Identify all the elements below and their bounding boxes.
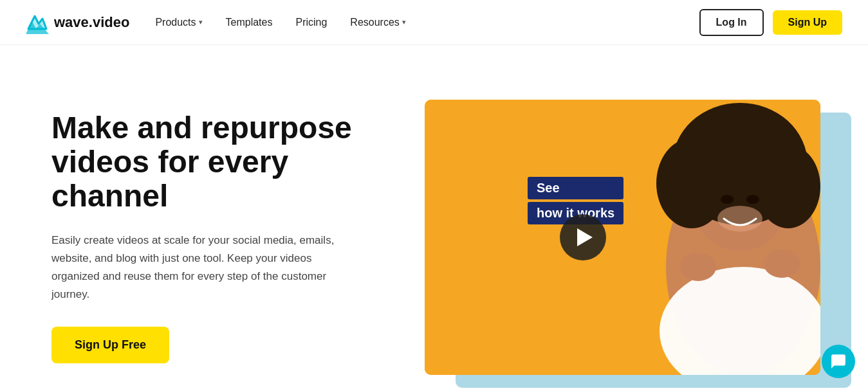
nav-pricing[interactable]: Pricing bbox=[295, 17, 327, 28]
svg-point-11 bbox=[764, 250, 800, 278]
nav-templates[interactable]: Templates bbox=[226, 17, 273, 28]
login-button[interactable]: Log In bbox=[699, 9, 764, 36]
play-button[interactable] bbox=[560, 214, 606, 260]
logo[interactable]: wave.video bbox=[26, 11, 129, 34]
play-triangle-icon bbox=[577, 228, 593, 246]
hero-left: Make and repurpose videos for every chan… bbox=[51, 111, 386, 363]
nav-resources[interactable]: Resources ▾ bbox=[350, 17, 405, 28]
nav-signup-button[interactable]: Sign Up bbox=[773, 10, 842, 35]
navbar: wave.video Products ▾ Templates Pricing … bbox=[0, 0, 868, 45]
svg-point-8 bbox=[756, 145, 820, 228]
svg-point-7 bbox=[656, 138, 727, 228]
svg-point-13 bbox=[746, 195, 759, 204]
products-chevron-icon: ▾ bbox=[199, 18, 203, 26]
resources-chevron-icon: ▾ bbox=[402, 18, 406, 26]
chat-support-button[interactable] bbox=[822, 345, 855, 378]
nav-actions: Log In Sign Up bbox=[699, 9, 842, 36]
hero-description: Easily create videos at scale for your s… bbox=[51, 232, 347, 304]
video-background: See how it works bbox=[425, 100, 820, 375]
woman-figure bbox=[576, 100, 820, 375]
logo-icon bbox=[26, 11, 49, 34]
logo-text: wave.video bbox=[54, 14, 129, 31]
see-badge-line1: See bbox=[528, 177, 623, 199]
hero-title: Make and repurpose videos for every chan… bbox=[51, 111, 386, 213]
video-container[interactable]: See how it works bbox=[425, 100, 820, 375]
nav-links: Products ▾ Templates Pricing Resources ▾ bbox=[155, 17, 699, 28]
signup-free-button[interactable]: Sign Up Free bbox=[51, 327, 169, 363]
chat-icon bbox=[830, 353, 847, 370]
hero-section: Make and repurpose videos for every chan… bbox=[0, 45, 868, 391]
hero-right: See how it works bbox=[425, 100, 842, 375]
svg-point-12 bbox=[721, 195, 734, 204]
svg-point-10 bbox=[680, 253, 716, 281]
nav-products[interactable]: Products ▾ bbox=[155, 17, 202, 28]
